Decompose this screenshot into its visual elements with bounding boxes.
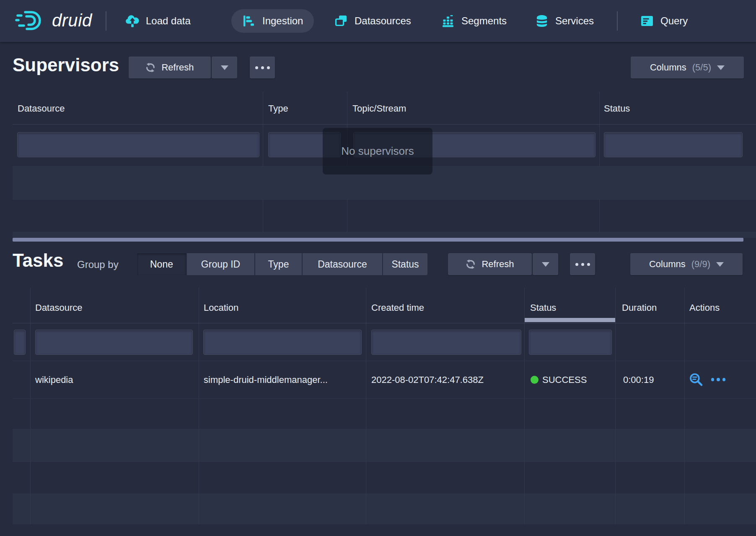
- group-by-type-button[interactable]: Type: [255, 253, 302, 275]
- druid-logo[interactable]: druid: [15, 9, 92, 32]
- task-col-actions[interactable]: Actions: [689, 302, 720, 313]
- task-status-filter-input[interactable]: [529, 330, 612, 355]
- empty-row: [13, 232, 756, 238]
- group-by-type-label: Type: [268, 259, 289, 270]
- supervisors-refresh-button[interactable]: Refresh: [129, 57, 211, 78]
- nav-load-data-label: Load data: [146, 15, 191, 27]
- tasks-title: Tasks: [13, 250, 64, 271]
- group-by-none-label: None: [150, 259, 173, 270]
- nav-datasources[interactable]: Datasources: [334, 0, 411, 42]
- supervisors-title: Supervisors: [13, 55, 119, 75]
- supervisors-empty-state: No supervisors: [323, 128, 432, 174]
- refresh-icon: [145, 62, 155, 73]
- supervisors-empty-message: No supervisors: [341, 145, 414, 158]
- task-col-created-time[interactable]: Created time: [371, 302, 424, 313]
- row-divider: [13, 361, 756, 361]
- chevron-down-icon: [716, 262, 724, 267]
- nav-load-data[interactable]: Load data: [126, 0, 191, 42]
- sup-datasource-filter-input[interactable]: [17, 132, 259, 157]
- task-created-filter-input[interactable]: [371, 330, 521, 355]
- druid-console: druid Load data Ingestion: [0, 0, 756, 536]
- task-location-filter-input[interactable]: [203, 330, 362, 355]
- cell-duration[interactable]: 0:00:19: [623, 375, 654, 385]
- header-divider: [13, 124, 756, 125]
- columns-label: Columns: [649, 259, 686, 270]
- column-divider: [263, 92, 263, 238]
- empty-row: [13, 494, 756, 524]
- column-divider: [684, 429, 685, 524]
- task-col-status[interactable]: Status: [530, 302, 556, 313]
- navbar-divider: [106, 11, 106, 31]
- group-by-group-id-label: Group ID: [201, 259, 240, 270]
- nav-segments[interactable]: Segments: [441, 0, 507, 42]
- task-detail-magnifier-icon[interactable]: [689, 372, 703, 387]
- tasks-refresh-button[interactable]: Refresh: [448, 253, 532, 275]
- group-by-datasource-label: Datasource: [318, 259, 367, 270]
- group-by-label: Group by: [77, 259, 119, 271]
- navbar-divider-2: [617, 11, 618, 31]
- cell-created-time[interactable]: 2022-08-02T07:42:47.638Z: [371, 375, 484, 385]
- columns-count: (5/5): [692, 62, 711, 73]
- nav-services[interactable]: Services: [535, 0, 594, 42]
- header-divider: [13, 323, 756, 323]
- more-icon: [575, 263, 590, 266]
- cell-location[interactable]: simple-druid-middlemanager...: [204, 375, 328, 385]
- supervisors-horizontal-scrollbar[interactable]: [13, 238, 743, 242]
- tasks-refresh-interval-button[interactable]: [533, 253, 558, 275]
- cell-status[interactable]: SUCCESS: [542, 375, 587, 385]
- nav-services-label: Services: [555, 15, 594, 27]
- nav-ingestion-label: Ingestion: [262, 15, 303, 27]
- supervisors-columns-button[interactable]: Columns (5/5): [631, 57, 744, 78]
- task-actions-more-icon[interactable]: [711, 372, 725, 387]
- status-sort-indicator: [525, 318, 615, 322]
- row-divider: [13, 461, 756, 462]
- task-datasource-filter-input[interactable]: [35, 330, 193, 355]
- group-by-group-id-button[interactable]: Group ID: [187, 253, 254, 275]
- task-col-duration[interactable]: Duration: [622, 302, 657, 313]
- cell-datasource[interactable]: wikipedia: [35, 375, 73, 385]
- task-pinned-filter-input[interactable]: [14, 330, 26, 355]
- tasks-columns-button[interactable]: Columns (9/9): [630, 253, 743, 275]
- supervisors-more-button[interactable]: [250, 57, 275, 78]
- supervisors-refresh-interval-button[interactable]: [212, 57, 237, 78]
- stacked-chart-icon: [441, 14, 455, 28]
- sup-col-topic-stream[interactable]: Topic/Stream: [352, 103, 406, 114]
- navbar: druid Load data Ingestion: [0, 0, 756, 42]
- row-divider: [13, 199, 756, 200]
- task-col-datasource[interactable]: Datasource: [35, 302, 83, 313]
- group-by-status-label: Status: [391, 259, 419, 270]
- nav-query-label: Query: [660, 15, 688, 27]
- group-by-datasource-button[interactable]: Datasource: [303, 253, 382, 275]
- cloud-upload-icon: [126, 14, 139, 28]
- column-divider: [599, 92, 600, 238]
- gantt-chart-icon: [242, 14, 256, 28]
- group-by-status-button[interactable]: Status: [383, 253, 427, 275]
- more-icon: [255, 66, 270, 69]
- chevron-down-icon: [542, 262, 549, 267]
- multi-select-icon: [334, 14, 348, 28]
- nav-datasources-label: Datasources: [355, 15, 411, 27]
- tasks-refresh-label: Refresh: [482, 259, 514, 270]
- application-icon: [640, 14, 654, 28]
- task-col-location[interactable]: Location: [204, 302, 238, 313]
- druid-logo-icon: [15, 9, 47, 32]
- sup-col-datasource[interactable]: Datasource: [18, 103, 65, 114]
- supervisors-refresh-label: Refresh: [161, 62, 194, 73]
- group-by-none-button[interactable]: None: [137, 253, 186, 275]
- column-divider: [199, 429, 199, 524]
- chevron-down-icon: [717, 65, 725, 70]
- nav-ingestion[interactable]: Ingestion: [231, 9, 314, 33]
- nav-segments-label: Segments: [461, 15, 507, 27]
- row-divider: [13, 398, 756, 399]
- sup-status-filter-input[interactable]: [604, 132, 743, 157]
- refresh-icon: [466, 259, 476, 269]
- sup-col-type[interactable]: Type: [268, 103, 288, 114]
- columns-count: (9/9): [691, 259, 710, 270]
- column-divider: [615, 429, 616, 524]
- tasks-more-button[interactable]: [570, 253, 595, 275]
- empty-row: [13, 429, 756, 461]
- brand-name: druid: [52, 10, 92, 31]
- sup-col-status[interactable]: Status: [604, 103, 630, 114]
- nav-query[interactable]: Query: [640, 0, 688, 42]
- columns-label: Columns: [650, 62, 686, 73]
